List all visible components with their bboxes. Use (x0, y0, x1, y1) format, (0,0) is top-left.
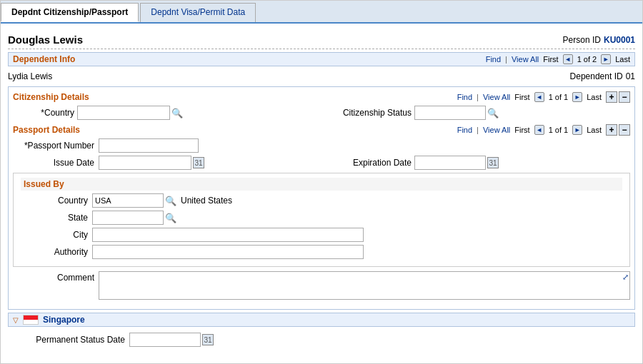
issued-by-authority-input[interactable] (92, 245, 364, 259)
dep-viewall-link[interactable]: View All (512, 55, 539, 64)
cit-nav-first[interactable]: First (514, 93, 529, 101)
perm-status-date-row: Permanent Status Date 31 (22, 333, 628, 347)
cit-viewall-link[interactable]: View All (483, 93, 510, 101)
cit-find-link[interactable]: Find (457, 93, 472, 101)
cit-plus-minus: + − (606, 91, 630, 103)
cit-status-label: Citizenship Status (322, 108, 414, 118)
singapore-flag (23, 315, 39, 325)
pass-find-link[interactable]: Find (457, 126, 472, 134)
issued-by-state-input[interactable] (92, 211, 164, 225)
pass-plus-minus: + − (606, 124, 630, 136)
issued-by-country-text: United States (181, 196, 232, 206)
pass-viewall-link[interactable]: View All (483, 126, 510, 134)
cit-nav-prev[interactable]: ◄ (534, 92, 544, 102)
dependent-info-title: Dependent Info (13, 54, 75, 64)
comment-expand-icon[interactable]: ⤢ (622, 273, 629, 282)
person-name: Douglas Lewis (8, 34, 563, 46)
comment-container: ⤢ (99, 271, 630, 302)
date-row: Issue Date 31 Expiration Date 31 (13, 156, 630, 170)
issued-by-state-label: State (21, 213, 92, 223)
exp-date-col: Expiration Date 31 (322, 156, 630, 170)
dep-id-label: Dependent ID (570, 71, 623, 81)
passport-number-label: *Passport Number (13, 141, 99, 151)
issued-by-title: Issued By (21, 178, 622, 191)
person-id-value: KU0001 (604, 35, 635, 45)
singapore-bar: ▽ Singapore (8, 313, 635, 327)
cit-status-search-icon[interactable]: 🔍 (487, 107, 499, 118)
dep-nav-last[interactable]: Last (615, 55, 630, 64)
passport-controls: Find | View All First ◄ 1 of 1 ► Last + … (457, 124, 630, 136)
comment-row: Comment ⤢ (13, 271, 630, 302)
pass-nav-page: 1 of 1 (549, 126, 569, 134)
issued-by-city-input[interactable] (92, 228, 364, 242)
issued-by-section: Issued By Country 🔍 United States State … (13, 173, 630, 267)
singapore-fields: Permanent Status Date 31 (8, 330, 635, 353)
exp-date-label: Expiration Date (322, 158, 414, 168)
citizenship-title: Citizenship Details (13, 92, 89, 102)
dep-id-value: 01 (626, 71, 635, 81)
main-content: Citizenship Details Find | View All Firs… (8, 86, 635, 310)
tab-bar: Depdnt Citizenship/Passport Depdnt Visa/… (1, 1, 642, 24)
cit-nav-last[interactable]: Last (587, 93, 602, 101)
issued-by-city-label: City (21, 230, 92, 240)
issued-by-authority-row: Authority (21, 245, 622, 259)
citizenship-fields-row: *Country 🔍 Citizenship Status 🔍 (13, 106, 630, 120)
issue-date-label: Issue Date (13, 158, 99, 168)
issued-by-country-input[interactable] (92, 193, 164, 208)
issued-by-city-row: City (21, 228, 622, 242)
dep-find-link[interactable]: Find (486, 55, 501, 64)
issued-by-country-row: Country 🔍 United States (21, 193, 622, 208)
dep-nav-page: 1 of 2 (577, 55, 597, 64)
perm-status-date-input[interactable] (129, 333, 201, 347)
perm-status-date-label: Permanent Status Date (22, 335, 129, 345)
issue-date-input[interactable] (99, 156, 191, 170)
country-col: *Country 🔍 (13, 106, 322, 120)
cit-status-col: Citizenship Status 🔍 (322, 106, 630, 120)
citizenship-bar: Citizenship Details Find | View All Firs… (13, 91, 630, 103)
exp-date-input[interactable] (414, 156, 486, 170)
cit-nav-page: 1 of 1 (549, 93, 569, 101)
pass-nav-first[interactable]: First (514, 126, 529, 134)
cit-status-input[interactable] (414, 106, 486, 120)
comment-textarea[interactable] (99, 271, 630, 300)
person-header: Douglas Lewis Person ID KU0001 (8, 29, 635, 49)
dep-nav-prev[interactable]: ◄ (563, 54, 573, 64)
country-search-icon[interactable]: 🔍 (171, 107, 183, 118)
passport-number-input[interactable] (99, 138, 199, 153)
dependent-name-row: Lydia Lewis Dependent ID 01 (8, 69, 635, 84)
dependent-info-bar: Dependent Info Find | View All First ◄ 1… (8, 52, 635, 66)
comment-label: Comment (13, 271, 99, 283)
person-id-label: Person ID (563, 35, 601, 45)
cit-remove-btn[interactable]: − (619, 91, 630, 103)
tab-citizenship[interactable]: Depdnt Citizenship/Passport (1, 3, 139, 22)
dep-nav-next[interactable]: ► (601, 54, 611, 64)
citizenship-controls: Find | View All First ◄ 1 of 1 ► Last + … (457, 91, 630, 103)
dependent-name: Lydia Lewis (8, 71, 570, 81)
passport-title: Passport Details (13, 125, 80, 135)
cit-nav-next[interactable]: ► (572, 92, 582, 102)
country-input[interactable] (77, 106, 170, 120)
issue-date-calendar-icon[interactable]: 31 (193, 157, 204, 168)
issued-by-country-search-icon[interactable]: 🔍 (165, 195, 176, 206)
issue-date-col: Issue Date 31 (13, 156, 322, 170)
pass-nav-next[interactable]: ► (572, 125, 582, 135)
cit-add-btn[interactable]: + (606, 91, 617, 103)
dependent-info-controls: Find | View All First ◄ 1 of 2 ► Last (486, 54, 630, 64)
pass-nav-prev[interactable]: ◄ (534, 125, 544, 135)
pass-remove-btn[interactable]: − (619, 124, 630, 136)
singapore-collapse-arrow[interactable]: ▽ (13, 316, 19, 324)
dep-nav-first[interactable]: First (543, 55, 558, 64)
exp-date-calendar-icon[interactable]: 31 (487, 157, 499, 168)
country-label: *Country (13, 108, 77, 118)
pass-add-btn[interactable]: + (606, 124, 617, 136)
perm-status-calendar-icon[interactable]: 31 (202, 334, 214, 345)
issued-by-authority-label: Authority (21, 247, 92, 257)
singapore-name: Singapore (43, 315, 85, 325)
passport-number-row: *Passport Number (13, 138, 630, 153)
passport-bar: Passport Details Find | View All First ◄… (13, 124, 630, 136)
issued-by-state-search-icon[interactable]: 🔍 (165, 212, 176, 223)
issued-by-state-row: State 🔍 (21, 211, 622, 225)
issued-by-country-label: Country (21, 196, 92, 206)
pass-nav-last[interactable]: Last (587, 126, 602, 134)
tab-visa[interactable]: Depdnt Visa/Permit Data (140, 3, 256, 22)
